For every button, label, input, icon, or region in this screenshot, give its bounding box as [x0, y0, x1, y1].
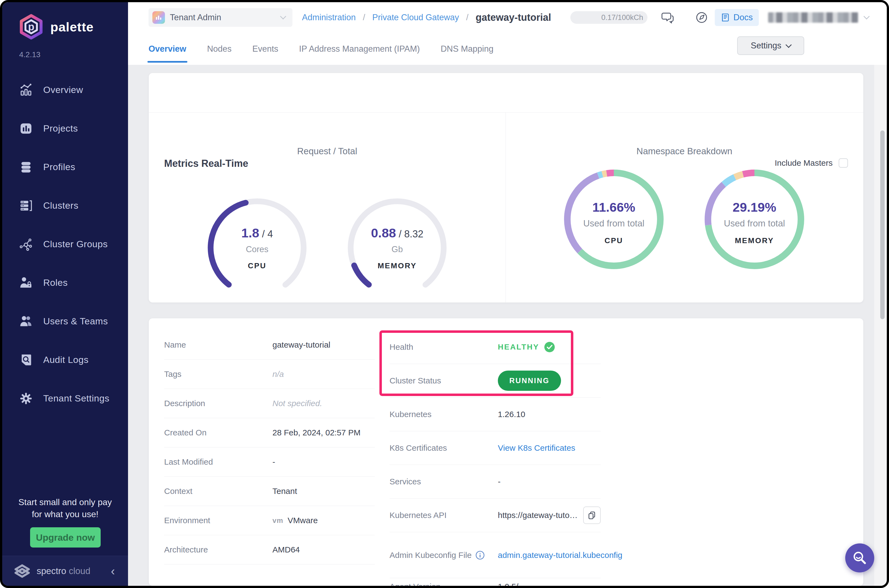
gauge-unit: Cores [203, 244, 312, 254]
sidebar-item-label: Overview [43, 84, 83, 95]
request-total-title: Request / Total [297, 146, 357, 156]
sidebar-item-projects[interactable]: Projects [2, 109, 128, 148]
detail-row-k8s-certificates: K8s CertificatesView K8s Certificates [389, 431, 601, 465]
scrollbar-thumb[interactable] [880, 130, 884, 319]
detail-label: Admin Kubeconfig File [389, 550, 485, 560]
donut-label: MEMORY [700, 236, 809, 245]
breadcrumb-link-private-cloud-gateway[interactable]: Private Cloud Gateway [372, 13, 459, 22]
gauge-used-value: 0.88 [371, 226, 396, 240]
detail-label: Context [164, 486, 192, 496]
detail-label: Description [164, 399, 205, 408]
kubeconfig-file-link[interactable]: admin.gateway-tutorial.kubeconfig [498, 549, 622, 562]
donut-caption: Used from total [559, 218, 668, 229]
donut-caption: Used from total [700, 218, 809, 229]
detail-label: Architecture [164, 545, 208, 554]
upgrade-promo-text: Start small and only pay for what you us… [2, 496, 128, 520]
sidebar-item-label: Roles [43, 278, 68, 288]
check-badge-icon [544, 342, 555, 352]
top-bar: Tenant Admin Administration / Private Cl… [128, 2, 887, 65]
scope-selector[interactable]: Tenant Admin [149, 8, 293, 27]
app-version: 4.2.13 [19, 50, 41, 59]
window-frame: palette 4.2.13 OverviewProjectsProfilesC… [0, 0, 889, 588]
user-name-redacted[interactable] [768, 12, 858, 23]
gauge-used-value: 1.8 [241, 226, 259, 240]
detail-row-cluster-status: Cluster StatusRUNNING [389, 364, 601, 398]
detail-value: 1.0.5/… [498, 582, 527, 586]
docs-button[interactable]: Docs [715, 9, 759, 26]
breadcrumb-link-administration[interactable]: Administration [302, 13, 356, 22]
scrollbar-track[interactable] [874, 65, 887, 586]
detail-row-last-modified: Last Modified- [164, 447, 375, 477]
roles-icon [19, 276, 33, 290]
sidebar-item-audit-logs[interactable]: Audit Logs [2, 340, 128, 379]
sidebar-item-label: Projects [43, 123, 78, 134]
details-left-column: Namegateway-tutorialTagsn/aDescriptionNo… [164, 330, 375, 564]
chat-icon[interactable] [661, 10, 675, 25]
detail-label: Tags [164, 369, 181, 379]
donut-percent: 11.66% [559, 200, 668, 215]
health-status-value: HEALTHY [498, 342, 555, 352]
sidebar-collapse-button[interactable]: ‹ [111, 565, 115, 577]
detail-value: Tenant [272, 486, 297, 496]
sidebar-item-users-teams[interactable]: Users & Teams [2, 302, 128, 340]
sidebar-item-label: Tenant Settings [43, 393, 110, 404]
info-icon[interactable] [475, 550, 485, 560]
gauge-unit: Gb [342, 244, 452, 254]
tab-overview[interactable]: Overview [149, 33, 186, 65]
detail-value: 28 Feb, 2024, 02:57 PM [272, 428, 360, 437]
detail-label: Health [389, 342, 413, 352]
tab-ip-address-management-ipam-[interactable]: IP Address Management (IPAM) [299, 33, 420, 65]
details-right-column: HealthHEALTHYCluster StatusRUNNINGKubern… [389, 330, 601, 586]
sidebar-item-roles[interactable]: Roles [2, 263, 128, 302]
usage-quota-pill: 0.17/100kCh [570, 11, 647, 24]
sidebar-item-clusters[interactable]: Clusters [2, 186, 128, 225]
compass-icon[interactable] [695, 10, 709, 25]
detail-row-architecture: ArchitectureAMD64 [164, 535, 375, 564]
projects-icon [19, 122, 33, 135]
include-masters-checkbox[interactable] [839, 158, 848, 168]
sidebar-item-label: Clusters [43, 200, 78, 211]
detail-row-services: Services- [389, 465, 601, 499]
brand-logo[interactable]: palette [18, 14, 94, 40]
detail-label: Kubernetes API [389, 511, 446, 520]
detail-row-kubernetes: Kubernetes1.26.10 [389, 398, 601, 431]
detail-value: - [272, 457, 275, 466]
sidebar-item-label: Cluster Groups [43, 239, 108, 249]
sidebar-item-profiles[interactable]: Profiles [2, 148, 128, 186]
health-status-text: HEALTHY [498, 343, 539, 351]
sidebar-item-overview[interactable]: Overview [2, 70, 128, 109]
chevron-down-icon [280, 14, 287, 20]
sidebar-item-label: Profiles [43, 162, 75, 172]
upgrade-now-button[interactable]: Upgrade now [30, 527, 101, 548]
scope-selector-label: Tenant Admin [170, 13, 221, 22]
chevron-down-icon [785, 42, 791, 48]
spectro-cloud-brand: spectro cloud [37, 566, 90, 576]
gauge-value: 1.8 / 4 [203, 225, 312, 240]
detail-label: Last Modified [164, 457, 213, 466]
tab-events[interactable]: Events [252, 33, 278, 65]
floating-search-button[interactable] [845, 543, 874, 572]
gauge-total-value: / 4 [259, 228, 273, 240]
tab-bar: OverviewNodesEventsIP Address Management… [149, 33, 494, 65]
tab-dns-mapping[interactable]: DNS Mapping [441, 33, 494, 65]
memory-donut-chart: 29.19%Used from totalMEMORY [700, 165, 809, 274]
detail-row-description: DescriptionNot specified. [164, 389, 375, 418]
settings-button[interactable]: Settings [737, 36, 804, 55]
gauge-label: CPU [203, 261, 312, 270]
breadcrumb: Administration / Private Cloud Gateway /… [302, 2, 551, 33]
link-line-2: tutorial.kubeconfig [556, 549, 623, 562]
sidebar-item-tenant-settings[interactable]: Tenant Settings [2, 379, 128, 418]
tab-nodes[interactable]: Nodes [207, 33, 232, 65]
sidebar-item-cluster-groups[interactable]: Cluster Groups [2, 225, 128, 263]
detail-value: gateway-tutorial [272, 340, 330, 350]
detail-link[interactable]: View K8s Certificates [498, 443, 575, 453]
detail-row-context: ContextTenant [164, 477, 375, 506]
spectro-cloud-logo-icon [13, 561, 32, 580]
user-menu-chevron-icon[interactable] [863, 14, 870, 20]
copy-button[interactable] [583, 507, 601, 524]
detail-label: K8s Certificates [389, 443, 447, 453]
cluster-status-wrap: RUNNING [498, 370, 561, 391]
vmware-icon: vm [272, 516, 283, 525]
cluster-details-card: Namegateway-tutorialTagsn/aDescriptionNo… [149, 318, 863, 586]
link-line-1: admin.gateway- [498, 549, 556, 562]
